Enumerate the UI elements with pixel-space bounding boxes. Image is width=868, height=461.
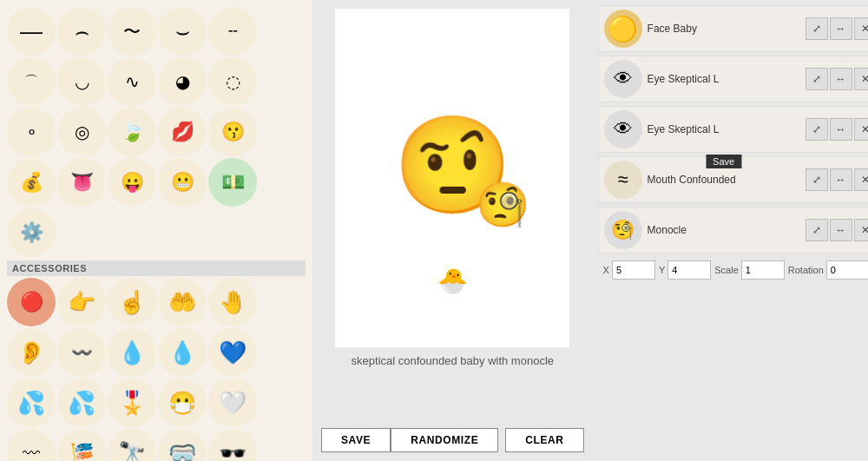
list-item[interactable]: ⌢ [57, 7, 106, 56]
flip-button[interactable]: ↔ [830, 118, 852, 141]
list-item[interactable]: 🤍 [208, 379, 257, 427]
move-icon: ⤢ [812, 224, 821, 236]
layer-row: 🟡 Face Baby ⤢ ↔ ✕ [598, 5, 868, 52]
scale-field: Scale [714, 260, 785, 280]
list-item[interactable]: 🎖️ [108, 379, 156, 427]
remove-button[interactable]: ✕ [854, 219, 868, 241]
move-button[interactable]: ⤢ [806, 168, 828, 191]
close-icon: ✕ [861, 73, 868, 85]
move-button[interactable]: ⤢ [806, 118, 828, 141]
x-input[interactable] [612, 260, 655, 280]
list-item[interactable]: 😬 [158, 158, 207, 207]
save-tooltip: Save [706, 155, 741, 168]
close-icon: ✕ [861, 224, 868, 236]
rotation-input[interactable] [826, 260, 868, 280]
move-button[interactable]: ⤢ [806, 17, 828, 40]
list-item[interactable]: 💦 [57, 379, 106, 427]
list-item[interactable]: ⚙️ [7, 208, 56, 257]
list-item[interactable]: 💧 [158, 328, 207, 377]
scale-label: Scale [714, 265, 739, 275]
rotation-label: Rotation [788, 265, 824, 275]
close-icon: ✕ [861, 23, 868, 35]
move-icon: ⤢ [812, 23, 821, 35]
list-item[interactable]: 🎏 [57, 429, 106, 461]
arrow-icon: ↔ [836, 123, 846, 135]
y-field: Y [659, 260, 711, 280]
transform-row: X Y Scale Rotation [598, 257, 868, 283]
list-item[interactable]: 💰 [7, 158, 56, 207]
x-label: X [603, 265, 609, 275]
y-input[interactable] [667, 260, 711, 280]
layer-thumb: 🟡 [604, 10, 642, 48]
list-item[interactable]: 👂 [7, 328, 56, 377]
layer-name: Monocle [648, 224, 800, 236]
list-item[interactable]: 🤚 [208, 278, 257, 326]
list-item[interactable]: 💙 [208, 328, 257, 377]
arrow-icon: ↔ [836, 224, 846, 236]
layer-controls: ⤢ ↔ ✕ [806, 118, 868, 141]
flip-button[interactable]: ↔ [830, 219, 852, 241]
layer-row: 👁 Eye Skeptical L ⤢ ↔ ✕ [598, 56, 868, 102]
layer-name-wrap: Save Mouth Confounded [648, 174, 800, 186]
list-item[interactable]: ⌒ [7, 57, 56, 106]
rotation-field: Rotation [788, 260, 868, 280]
list-item[interactable]: ◡ [57, 57, 106, 106]
accessories-grid: 🔴 👉 ☝️ 🤲 🤚 👂 〰️ 💧 💧 💙 💦 💦 🎖️ 😷 🤍 〰 🎏 🔭 🥽… [7, 278, 306, 461]
move-icon: ⤢ [812, 123, 821, 135]
layer-thumb: ≈ [604, 161, 642, 199]
remove-button[interactable]: ✕ [854, 68, 868, 90]
layer-row: ≈ Save Mouth Confounded ⤢ ↔ ✕ [598, 156, 868, 203]
layer-name: Eye Skeptical L [648, 123, 800, 135]
mouth-grid: — ⌢ 〜 ⌣ ╌ ⌒ ◡ ∿ ◕ ◌ ⚬ ◎ 🍃 💋 😗 💰 👅 😛 😬 💵 … [7, 7, 306, 257]
flip-button[interactable]: ↔ [830, 68, 852, 90]
list-item[interactable]: ☝️ [108, 278, 156, 326]
canvas-small-emoji: 🐣 [437, 267, 468, 295]
list-item[interactable]: 😛 [108, 158, 156, 207]
list-item[interactable]: ╌ [208, 7, 257, 56]
left-panel: — ⌢ 〜 ⌣ ╌ ⌒ ◡ ∿ ◕ ◌ ⚬ ◎ 🍃 💋 😗 💰 👅 😛 😬 💵 … [0, 0, 312, 461]
list-item[interactable]: 〜 [108, 7, 156, 56]
list-item[interactable]: 🔭 [108, 429, 156, 461]
flip-button[interactable]: ↔ [830, 17, 852, 40]
list-item[interactable]: 👅 [57, 158, 106, 207]
close-icon: ✕ [861, 123, 868, 135]
flip-button[interactable]: ↔ [830, 168, 852, 191]
list-item[interactable]: ⌣ [158, 7, 207, 56]
list-item[interactable]: 🔴 [7, 278, 56, 326]
layer-controls: ⤢ ↔ ✕ [806, 219, 868, 241]
remove-button[interactable]: ✕ [854, 118, 868, 141]
layer-controls: ⤢ ↔ ✕ [806, 17, 868, 40]
move-button[interactable]: ⤢ [806, 68, 828, 90]
list-item[interactable]: 😗 [208, 108, 257, 156]
list-item[interactable]: ◎ [57, 108, 106, 156]
list-item[interactable]: 💧 [108, 328, 156, 377]
list-item[interactable]: 〰️ [57, 328, 106, 377]
layer-row: 👁 Eye Skeptical L ⤢ ↔ ✕ [598, 106, 868, 153]
list-item[interactable]: 🍃 [108, 108, 156, 156]
list-item[interactable]: 💵 [208, 158, 257, 207]
layer-name: Face Baby [648, 23, 800, 35]
save-button[interactable]: SAVE [321, 428, 391, 452]
list-item[interactable]: 💦 [7, 379, 56, 427]
list-item[interactable]: 😷 [158, 379, 207, 427]
layer-controls: ⤢ ↔ ✕ [806, 68, 868, 90]
list-item[interactable]: ⚬ [7, 108, 56, 156]
list-item[interactable]: — [7, 7, 56, 56]
remove-button[interactable]: ✕ [854, 168, 868, 191]
scale-input[interactable] [741, 260, 785, 280]
list-item[interactable]: 🤲 [158, 278, 207, 326]
list-item[interactable]: ◌ [208, 57, 257, 106]
list-item[interactable]: 👉 [57, 278, 106, 326]
list-item[interactable]: 💋 [158, 108, 207, 156]
remove-button[interactable]: ✕ [854, 17, 868, 40]
list-item[interactable]: 🥽 [158, 429, 207, 461]
list-item[interactable]: ∿ [108, 57, 156, 106]
clear-button[interactable]: CLEAR [505, 428, 583, 452]
list-item[interactable]: 〰 [7, 429, 56, 461]
move-icon: ⤢ [812, 174, 821, 186]
move-button[interactable]: ⤢ [806, 219, 828, 241]
list-item[interactable]: ◕ [158, 57, 207, 106]
randomize-button[interactable]: RANDOMIZE [391, 428, 498, 452]
list-item[interactable]: 🕶️ [208, 429, 257, 461]
arrow-icon: ↔ [836, 23, 846, 35]
